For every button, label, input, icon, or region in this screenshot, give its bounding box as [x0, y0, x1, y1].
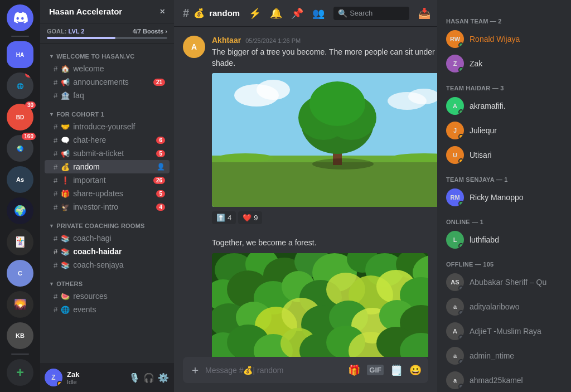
channel-coach-hagi[interactable]: # 📚 coach-hagi	[45, 231, 170, 245]
channel-important[interactable]: # ❗ important 26	[45, 173, 170, 187]
server-name: Hasan Accelerator	[49, 7, 122, 16]
search-input[interactable]	[350, 9, 400, 17]
offline-status-dot	[458, 285, 464, 291]
pin-icon[interactable]: 📌	[291, 7, 303, 20]
channel-name: random	[73, 162, 154, 171]
notifications-icon[interactable]: 🔔	[270, 7, 282, 20]
tree-grass-image	[212, 73, 437, 207]
channels-list: ▼ WELCOME TO HASAN.VC # 🏠 welcome # 📢 an…	[40, 44, 174, 363]
member-category-team-senjaya: TEAM SENJAYA — 1	[442, 167, 567, 185]
member-item-ahmad25kamel[interactable]: a ahmad25kamel	[442, 368, 567, 392]
member-item-luthfiabd[interactable]: L luthfiabd	[442, 228, 567, 252]
member-item-abubakar[interactable]: AS Abubakar Sheriff – Qu	[442, 270, 567, 294]
boost-bar[interactable]: GOAL: LVL 2 4/7 Boosts ›	[40, 23, 174, 44]
channel-events[interactable]: # 🌐 events	[45, 303, 170, 316]
idle-status-dot	[458, 134, 464, 139]
channel-submit-ticket[interactable]: # 📢 submit-a-ticket 5	[45, 147, 170, 160]
threads-icon[interactable]: ⚡	[249, 7, 261, 20]
server-icon-s1[interactable]: HA	[7, 41, 33, 68]
member-name: admin_ntime	[470, 351, 514, 360]
member-item-admin-ntime[interactable]: a admin_ntime	[442, 343, 567, 368]
server-header[interactable]: Hasan Accelerator ✕	[40, 0, 174, 23]
channel-introduce-yourself[interactable]: # 🤝 introduce-yourself	[45, 120, 170, 133]
settings-button[interactable]: ⚙️	[157, 371, 170, 384]
server-icon-s8[interactable]: C	[7, 260, 33, 287]
category-cohort1[interactable]: ▼ FOR COHORT 1	[40, 102, 174, 120]
channel-coach-haidar[interactable]: # 📚 coach-haidar	[45, 245, 170, 258]
category-label: PRIVATE COACHING ROOMS	[56, 222, 144, 229]
channel-coach-senjaya[interactable]: # 📚 coach-senjaya	[45, 258, 170, 272]
channel-name: faq	[73, 91, 165, 100]
channel-resources[interactable]: # 🍉 resources	[45, 289, 170, 303]
channel-share-updates[interactable]: # 🎁 share-updates 5	[45, 187, 170, 200]
gif-icon[interactable]: GIF	[367, 365, 384, 375]
member-name: AdjieT -Muslim Raya	[470, 327, 541, 336]
channel-random[interactable]: # 💰 random 👤	[45, 160, 170, 173]
online-status-dot	[458, 243, 464, 249]
member-item-juliequr[interactable]: J Juliequr	[442, 118, 567, 143]
server-icon-s7[interactable]: 🃏	[7, 229, 33, 255]
server-icon-s10[interactable]: KB	[7, 322, 33, 349]
mute-button[interactable]: 🎙️	[128, 371, 141, 384]
reaction-upvote[interactable]: ⬆️ 4	[212, 211, 236, 224]
hash-icon: #	[54, 163, 57, 171]
inbox-icon[interactable]: 📥	[418, 7, 430, 20]
server-icon-s6[interactable]: 🌍	[7, 197, 33, 224]
channel-name: announcements	[73, 78, 151, 86]
server-icon-s2[interactable]: 🌐 67	[7, 72, 33, 99]
channel-emoji: ❗	[61, 176, 70, 185]
channel-welcome[interactable]: # 🏠 welcome	[45, 62, 170, 75]
member-item-utisari[interactable]: U Utisari	[442, 143, 567, 167]
message-timestamp: 05/25/2024 1:26 PM	[245, 37, 301, 44]
message-input[interactable]	[205, 360, 343, 381]
deafen-button[interactable]: 🎧	[143, 371, 155, 384]
hash-icon: #	[54, 203, 57, 211]
channel-faq[interactable]: # 🏦 faq	[45, 89, 170, 102]
header-icons: ⚡ 🔔 📌 👥 🔍 📥	[249, 7, 430, 20]
member-item-adjiet[interactable]: A AdjieT -Muslim Raya	[442, 319, 567, 343]
unread-badge: 5	[156, 150, 165, 157]
discord-home-button[interactable]	[7, 4, 33, 31]
svg-point-14	[312, 158, 374, 170]
message-header: Akhtaar 05/25/2024 1:26 PM	[212, 36, 437, 45]
channel-name: welcome	[73, 64, 165, 73]
category-coaching[interactable]: ▼ PRIVATE COACHING ROOMS	[40, 214, 174, 231]
members-icon[interactable]: 👥	[312, 7, 325, 20]
user-panel: Z Zak Idle 🎙️ 🎧 ⚙️	[40, 363, 174, 392]
channel-name: share-updates	[73, 189, 154, 198]
member-category-team-haidar: TEAM HAIDAR — 3	[442, 76, 567, 94]
reaction-heart[interactable]: ❤️ 9	[238, 211, 262, 224]
member-item-zak[interactable]: Z Zak	[442, 51, 567, 76]
member-item-akramafifi[interactable]: A akramafifi.	[442, 94, 567, 118]
add-attachment-button[interactable]: ＋	[190, 357, 201, 383]
sticker-icon[interactable]: 🗒️	[390, 364, 403, 376]
channel-emoji: 🍉	[61, 292, 70, 301]
caret-icon: ▼	[49, 54, 54, 59]
status-indicator	[57, 381, 62, 386]
member-item-ricky[interactable]: RM Ricky Manoppo	[442, 185, 567, 210]
offline-status-dot	[458, 335, 464, 340]
message-author: Akhtaar	[212, 36, 241, 45]
category-welcome[interactable]: ▼ WELCOME TO HASAN.VC	[40, 44, 174, 62]
emoji-icon[interactable]: 😀	[409, 364, 422, 376]
channel-name: investor-intro	[73, 202, 154, 211]
channel-name: chat-here	[73, 135, 154, 144]
channel-chat-here[interactable]: # 🗨️ chat-here 6	[45, 133, 170, 147]
online-status-dot	[458, 67, 464, 72]
add-server-button[interactable]: +	[7, 359, 33, 386]
channel-title: random	[209, 8, 240, 18]
member-item-ronald[interactable]: RW Ronald Wijaya	[442, 27, 567, 51]
avatar: AS	[446, 273, 464, 291]
server-icon-s4[interactable]: 🌏 160	[7, 135, 33, 162]
avatar: a	[446, 347, 464, 365]
channel-name: resources	[73, 292, 165, 301]
gift-icon[interactable]: 🎁	[348, 364, 360, 376]
category-others[interactable]: ▼ OTHERS	[40, 272, 174, 289]
channel-announcements[interactable]: # 📢 announcements 21	[45, 75, 170, 89]
member-item-adityalaribowo[interactable]: a adityalaribowo	[442, 294, 567, 319]
channel-investor-intro[interactable]: # 🦅 investor-intro 4	[45, 200, 170, 214]
search-bar[interactable]: 🔍	[333, 7, 409, 20]
server-icon-s3[interactable]: BD 30	[7, 104, 33, 130]
server-icon-s5[interactable]: As	[7, 166, 33, 193]
server-icon-s9[interactable]: 🌄	[7, 291, 33, 318]
